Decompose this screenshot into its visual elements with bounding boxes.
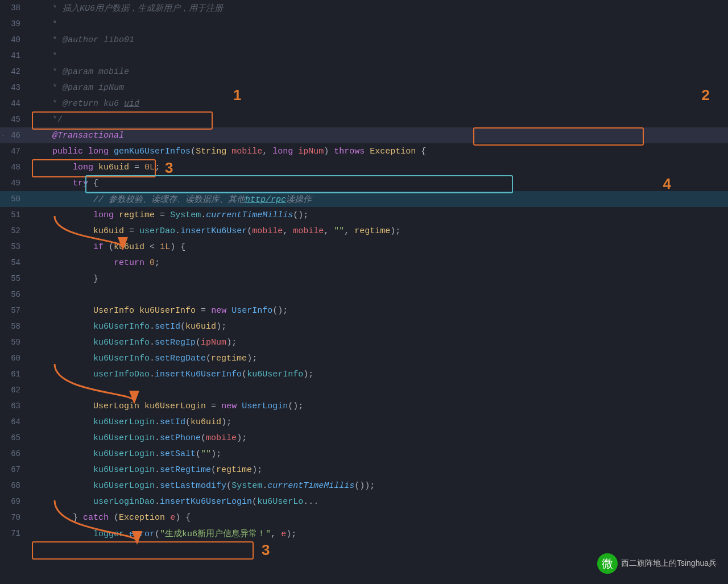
code-line-41: 41 * [0,48,728,64]
line-num-50: 50 [0,194,27,204]
code-line-46: -46 @Transactional [0,127,728,143]
label-3b: 3 [262,541,270,559]
code-line-44: 44 * @return ku6 uid [0,96,728,111]
code-line-58: 58 ku6UserInfo.setId(ku6uid); [0,318,728,334]
line-num-54: 54 [0,258,27,267]
annotation-box-catch [32,541,254,560]
line-num-66: 66 [0,449,27,458]
line-num-44: 44 [0,99,27,108]
line-num-65: 65 [0,433,27,442]
line-content-69: userLoginDao.insertKu6UserLogin(ku6UserL… [27,497,728,507]
line-content-71: logger.error("生成ku6新用户信息异常！", e); [27,528,728,539]
line-content-50: // 参数校验、读缓存、读数据库、其他http/rpc读操作 [27,194,728,205]
line-num-46: -46 [0,131,27,140]
line-content-65: ku6UserLogin.setPhone(mobile); [27,433,728,443]
line-num-70: 70 [0,513,27,522]
code-line-54: 54 return 0; [0,255,728,271]
code-line-69: 69 userLoginDao.insertKu6UserLogin(ku6Us… [0,494,728,510]
code-line-62: 62 [0,382,728,398]
code-line-42: 42 * @param mobile [0,64,728,80]
code-line-66: 66 ku6UserLogin.setSalt(""); [0,446,728,462]
line-content-40: * @author libo01 [27,35,728,45]
code-line-40: 40 * @author libo01 [0,32,728,48]
line-num-69: 69 [0,497,27,506]
code-line-67: 67 ku6UserLogin.setRegtime(regtime); [0,462,728,478]
line-content-52: ku6uid = userDao.insertKu6User(mobile, m… [27,226,728,236]
line-content-68: ku6UserLogin.setLastmodify(System.curren… [27,481,728,491]
line-content-61: userInfoDao.insertKu6UserInfo(ku6UserInf… [27,370,728,379]
code-line-48: 48 long ku6uid = 0L; [0,159,728,175]
code-line-45: 45 */ [0,111,728,127]
line-num-64: 64 [0,417,27,426]
code-line-70: 70 } catch (Exception e) { [0,510,728,525]
line-num-53: 53 [0,242,27,251]
line-content-54: return 0; [27,258,728,268]
line-content-60: ku6UserInfo.setRegDate(regtime); [27,354,728,363]
line-num-63: 63 [0,401,27,411]
code-line-53: 53 if (ku6uid < 1L) { [0,239,728,255]
watermark-icon: 微 [597,553,618,574]
line-num-49: 49 [0,179,27,188]
line-content-67: ku6UserLogin.setRegtime(regtime); [27,465,728,475]
line-num-39: 39 [0,19,27,28]
code-line-55: 55 } [0,271,728,287]
line-num-51: 51 [0,210,27,219]
line-content-64: ku6UserLogin.setId(ku6uid); [27,417,728,427]
line-content-39: * [27,19,728,29]
code-line-38: 38 * 插入KU6用户数据，生成新用户，用于注册 [0,0,728,16]
code-line-71: 71 logger.error("生成ku6新用户信息异常！", e); [0,525,728,541]
line-content-46: @Transactional [27,131,728,140]
code-line-59: 59 ku6UserInfo.setRegIp(ipNum); [0,334,728,350]
code-line-68: 68 ku6UserLogin.setLastmodify(System.cur… [0,478,728,494]
line-num-45: 45 [0,115,27,124]
line-content-41: * [27,51,728,61]
line-content-58: ku6UserInfo.setId(ku6uid); [27,322,728,332]
line-content-38: * 插入KU6用户数据，生成新用户，用于注册 [27,3,728,14]
line-num-59: 59 [0,338,27,347]
code-line-49: 49 try { [0,175,728,191]
line-content-57: UserInfo ku6UserInfo = new UserInfo(); [27,306,728,316]
code-line-64: 64 ku6UserLogin.setId(ku6uid); [0,414,728,430]
watermark: 微 西二旗阵地上的Tsinghua兵 [597,553,717,574]
line-content-55: } [27,274,728,284]
code-line-51: 51 long regtime = System.currentTimeMill… [0,207,728,223]
line-content-59: ku6UserInfo.setRegIp(ipNum); [27,338,728,347]
code-line-61: 61 userInfoDao.insertKu6UserInfo(ku6User… [0,366,728,382]
line-num-48: 48 [0,163,27,172]
line-content-47: public long genKu6UserInfos(String mobil… [27,147,728,156]
line-num-67: 67 [0,465,27,474]
code-line-60: 60 ku6UserInfo.setRegDate(regtime); [0,350,728,366]
line-num-40: 40 [0,35,27,44]
code-line-47: 47 public long genKu6UserInfos(String mo… [0,143,728,159]
code-line-56: 56 [0,287,728,303]
line-num-56: 56 [0,290,27,299]
line-content-49: try { [27,179,728,188]
code-line-63: 63 UserLogin ku6UserLogin = new UserLogi… [0,398,728,414]
line-num-42: 42 [0,67,27,76]
line-num-60: 60 [0,354,27,363]
code-line-39: 39 * [0,16,728,32]
code-line-65: 65 ku6UserLogin.setPhone(mobile); [0,430,728,446]
code-container: 38 * 插入KU6用户数据，生成新用户，用于注册 39 * 40 * @aut… [0,0,728,584]
code-line-50: 50 // 参数校验、读缓存、读数据库、其他http/rpc读操作 [0,191,728,207]
line-num-43: 43 [0,83,27,92]
line-num-71: 71 [0,529,27,538]
watermark-text: 西二旗阵地上的Tsinghua兵 [621,558,717,569]
line-content-45: */ [27,115,728,125]
line-num-57: 57 [0,306,27,315]
line-num-52: 52 [0,226,27,235]
line-num-47: 47 [0,147,27,156]
code-line-43: 43 * @param ipNum [0,80,728,96]
code-line-57: 57 UserInfo ku6UserInfo = new UserInfo()… [0,303,728,318]
line-num-38: 38 [0,3,27,13]
line-content-63: UserLogin ku6UserLogin = new UserLogin()… [27,401,728,411]
line-content-48: long ku6uid = 0L; [27,163,728,172]
line-num-55: 55 [0,274,27,283]
line-num-61: 61 [0,370,27,379]
line-content-43: * @param ipNum [27,83,728,93]
line-content-51: long regtime = System.currentTimeMillis(… [27,210,728,220]
line-num-41: 41 [0,51,27,60]
line-content-42: * @param mobile [27,67,728,77]
code-line-52: 52 ku6uid = userDao.insertKu6User(mobile… [0,223,728,239]
line-num-58: 58 [0,322,27,331]
